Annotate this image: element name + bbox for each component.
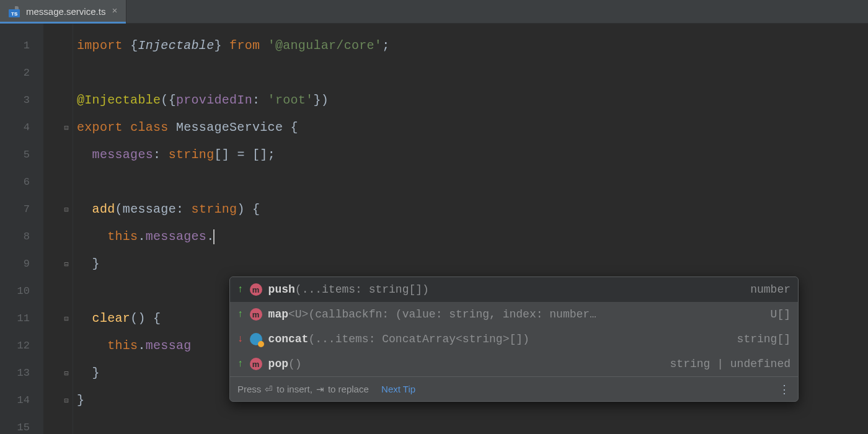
code-line[interactable]: this.messages.	[73, 223, 868, 250]
editor: 1 2 3 4 5 6 7 8 9 10 11 12 13 14 15 ⊟ ⊟ …	[0, 24, 868, 434]
sort-up-icon: ↑	[237, 358, 244, 370]
code-line[interactable]: @Injectable({providedIn: 'root'})	[73, 87, 868, 114]
line-number: 14	[0, 387, 43, 414]
typescript-icon: TS	[9, 6, 20, 17]
method-badge-icon: m	[250, 308, 262, 321]
svg-text:TS: TS	[11, 11, 18, 17]
tab-bar: TS message.service.ts ×	[0, 0, 868, 24]
completion-return-type: string | undefined	[664, 358, 790, 370]
line-number: 4	[0, 114, 43, 141]
completion-item[interactable]: ↑ m push(...items: string[]) number	[230, 277, 798, 302]
code-line[interactable]	[73, 60, 868, 87]
close-icon[interactable]: ×	[112, 6, 117, 17]
line-number: 8	[0, 223, 43, 250]
completion-item[interactable]: ↑ m map<U>(callbackfn: (value: string, i…	[230, 302, 798, 327]
completion-item[interactable]: ↑ m pop() string | undefined	[230, 352, 798, 376]
line-number: 11	[0, 305, 43, 332]
overload-badge-icon	[250, 333, 262, 345]
code-line[interactable]: }	[73, 250, 868, 278]
completion-return-type: U[]	[764, 308, 790, 321]
editor-tab[interactable]: TS message.service.ts ×	[0, 0, 126, 23]
fold-column: ⊟ ⊟ ⊟ ⊟ ⊟ ⊟	[43, 24, 73, 434]
enter-key-icon: ⏎	[265, 384, 273, 395]
fold-handle-icon[interactable]: ⊟	[63, 260, 70, 268]
line-number: 9	[0, 250, 43, 278]
completion-return-type: string[]	[731, 333, 790, 345]
line-number: 3	[0, 87, 43, 114]
line-number: 10	[0, 278, 43, 305]
fold-handle-icon[interactable]: ⊟	[63, 315, 70, 322]
code-line[interactable]	[73, 169, 868, 196]
autocomplete-popup: ↑ m push(...items: string[]) number ↑ m …	[229, 277, 799, 402]
fold-handle-icon[interactable]: ⊟	[63, 206, 70, 213]
line-number: 12	[0, 332, 43, 360]
line-number: 7	[0, 196, 43, 223]
code-line[interactable]: messages: string[] = [];	[73, 141, 868, 169]
line-number: 1	[0, 32, 43, 60]
more-options-icon[interactable]: ⋮	[779, 383, 790, 396]
text-caret	[213, 229, 215, 244]
code-line[interactable]: add(message: string) {	[73, 196, 868, 223]
sort-down-icon: ↓	[237, 334, 244, 345]
line-number: 2	[0, 60, 43, 87]
line-number: 6	[0, 169, 43, 196]
line-number: 5	[0, 141, 43, 169]
sort-up-icon: ↑	[237, 309, 244, 320]
method-badge-icon: m	[250, 283, 262, 296]
autocomplete-footer: Press ⏎ to insert, ⇥ to replace Next Tip…	[230, 376, 798, 401]
completion-item[interactable]: ↓ concat(...items: ConcatArray<string>[]…	[230, 327, 798, 352]
tab-title: message.service.ts	[26, 6, 105, 17]
method-badge-icon: m	[250, 358, 262, 370]
fold-handle-icon[interactable]: ⊟	[63, 124, 70, 131]
tab-key-icon: ⇥	[316, 384, 324, 395]
next-tip-link[interactable]: Next Tip	[381, 384, 415, 394]
completion-return-type: number	[744, 283, 790, 296]
line-number: 13	[0, 360, 43, 387]
code-line[interactable]: import {Injectable} from '@angular/core'…	[73, 32, 868, 60]
code-line[interactable]: export class MessageService {	[73, 114, 868, 141]
fold-handle-icon[interactable]: ⊟	[63, 370, 70, 377]
fold-handle-icon[interactable]: ⊟	[63, 397, 70, 404]
line-number-gutter: 1 2 3 4 5 6 7 8 9 10 11 12 13 14 15	[0, 24, 43, 434]
sort-up-icon: ↑	[237, 284, 244, 295]
line-number: 15	[0, 414, 43, 434]
